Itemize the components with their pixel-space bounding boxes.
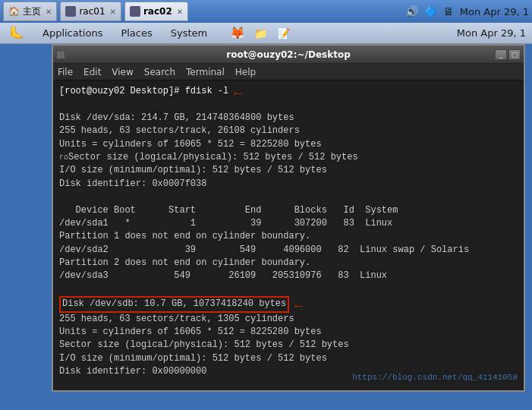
arrow-sdb: ← — [294, 296, 303, 316]
partition2-note: Partition 2 does not end on cylinder bou… — [59, 257, 518, 270]
sda-sector: roSector size (logical/physical): 512 by… — [59, 151, 518, 164]
folder-icon[interactable]: 📁 — [251, 24, 269, 43]
terminal-menu-help[interactable]: Help — [235, 67, 256, 77]
rac01-tab-close[interactable]: ✕ — [110, 8, 116, 16]
tab-rac01[interactable]: rac01 ✕ — [60, 2, 121, 21]
sda-id: Disk identifier: 0x0007f038 — [59, 178, 518, 191]
terminal-menu-file[interactable]: File — [58, 67, 73, 77]
terminal-menu-terminal[interactable]: Terminal — [186, 67, 225, 77]
sdb-sector: Sector size (logical/physical): 512 byte… — [59, 339, 518, 352]
terminal-content: [root@ouzy02 Desktop]# fdisk -l ← Disk /… — [59, 85, 518, 390]
cmd-line-1: [root@ouzy02 Desktop]# fdisk -l ← — [59, 85, 518, 98]
blank-3 — [59, 283, 518, 296]
sda-units: Units = cylinders of 16065 * 512 = 82252… — [59, 138, 518, 151]
rac01-tab-icon — [65, 6, 76, 17]
launcher-icons: 🦊 📁 📝 — [228, 24, 292, 43]
terminal-maximize-btn[interactable]: □ — [508, 49, 521, 60]
sda-io: I/O size (minimum/optimal): 512 bytes / … — [59, 164, 518, 177]
sdb-io: I/O size (minimum/optimal): 512 bytes / … — [59, 352, 518, 365]
terminal-body[interactable]: [root@ouzy02 Desktop]# fdisk -l ← Disk /… — [53, 80, 524, 390]
rac02-tab-icon — [130, 6, 140, 17]
terminal-menu-edit[interactable]: Edit — [83, 67, 101, 77]
home-tab-label: 主页 — [23, 5, 41, 18]
apps-icon-btn[interactable]: 🦶 — [6, 24, 27, 42]
sda-heads: 255 heads, 63 sectors/track, 26108 cylin… — [59, 125, 518, 137]
terminal-minimize-btn[interactable]: _ — [495, 49, 507, 60]
disk-sdb-line: Disk /dev/sdb: 10.7 GB, 10737418240 byte… — [59, 296, 289, 312]
disk-sdb-line-wrapper: Disk /dev/sdb: 10.7 GB, 10737418240 byte… — [59, 296, 518, 312]
applications-label: Applications — [42, 27, 102, 39]
tab-home[interactable]: 🏠 主页 ✕ — [3, 2, 57, 21]
gnome-icon: 🦶 — [9, 26, 24, 40]
home-tab-close[interactable]: ✕ — [46, 8, 52, 16]
sdb-heads: 255 heads, 63 sectors/track, 1305 cylind… — [59, 313, 518, 326]
taskbar: 🏠 主页 ✕ rac01 ✕ rac02 ✕ 🔊 🔷 🖥 Mon Apr 29,… — [0, 0, 532, 23]
rac02-tab-label: rac02 — [143, 6, 172, 17]
tab-rac02[interactable]: rac02 ✕ — [124, 2, 188, 21]
menubar-datetime: Mon Apr 29, 1 — [457, 27, 526, 39]
terminal-window-btns: _ □ — [495, 49, 521, 60]
table-header: Device Boot Start End Blocks Id System — [59, 204, 518, 217]
edit-icon[interactable]: 📝 — [274, 24, 292, 43]
terminal-window: root@ouzy02:~/Desktop _ □ File Edit View… — [52, 44, 525, 392]
volume-icon[interactable]: 🔊 — [405, 5, 418, 17]
menubar-places[interactable]: Places — [118, 26, 155, 40]
terminal-menu-view[interactable]: View — [112, 67, 133, 77]
taskbar-right: 🔊 🔷 🖥 Mon Apr 29, 1 — [405, 5, 529, 17]
rac02-tab-close[interactable]: ✕ — [177, 8, 183, 16]
watermark: https://blog.csdn.net/qq_41141058 — [352, 372, 518, 384]
firefox-icon[interactable]: 🦊 — [228, 24, 247, 43]
taskbar-datetime: Mon Apr 29, 1 — [460, 6, 529, 17]
arrow-cmd: ← — [234, 84, 242, 103]
terminal-close-icon[interactable] — [56, 50, 65, 59]
sdb-units: Units = cylinders of 16065 * 512 = 82252… — [59, 326, 518, 339]
system-label: System — [171, 27, 207, 39]
terminal-titlebar: root@ouzy02:~/Desktop _ □ — [53, 46, 524, 64]
menubar-right: Mon Apr 29, 1 — [457, 27, 526, 39]
sda3-row: /dev/sda3 549 26109 205310976 83 Linux — [59, 270, 518, 282]
terminal-menubar: File Edit View Search Terminal Help — [53, 64, 524, 80]
terminal-title: root@ouzy02:~/Desktop — [226, 49, 350, 60]
rac01-tab-label: rac01 — [79, 6, 105, 17]
terminal-menu-search[interactable]: Search — [144, 67, 175, 77]
bluetooth-icon[interactable]: 🔷 — [424, 5, 437, 17]
menubar-applications[interactable]: Applications — [39, 26, 105, 40]
menubar-system[interactable]: System — [168, 26, 210, 40]
disk-sda-line: Disk /dev/sda: 214.7 GB, 214748364800 by… — [59, 112, 518, 125]
menubar: 🦶 Applications Places System 🦊 📁 📝 Mon A… — [0, 23, 532, 44]
places-label: Places — [121, 27, 152, 39]
partition1-note: Partition 1 does not end on cylinder bou… — [59, 230, 518, 243]
home-tab-icon: 🏠 — [8, 6, 20, 17]
blank-2 — [59, 191, 518, 203]
sda1-row: /dev/sda1 * 1 39 307200 83 Linux — [59, 217, 518, 230]
sda2-row: /dev/sda2 39 549 4096000 82 Linux swap /… — [59, 244, 518, 257]
blank-1 — [59, 98, 518, 111]
display-icon[interactable]: 🖥 — [443, 5, 454, 17]
